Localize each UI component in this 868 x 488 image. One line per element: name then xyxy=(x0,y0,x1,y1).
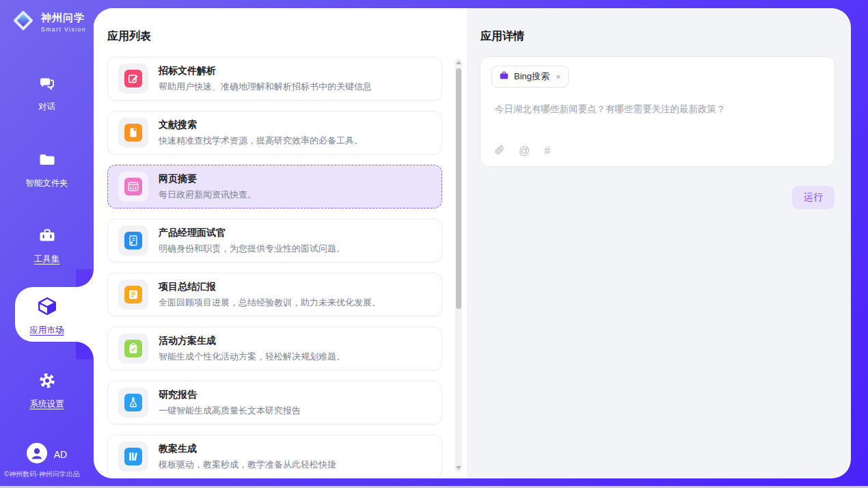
app-card-project-summary[interactable]: 项目总结汇报 全面回顾项目进展，总结经验教训，助力未来优化发展。 xyxy=(107,273,442,316)
app-desc: 模板驱动，教案秒成，教学准备从此轻松快捷 xyxy=(159,459,336,471)
app-desc: 全面回顾项目进展，总结经验教训，助力未来优化发展。 xyxy=(159,297,381,309)
sidebar-item-label: 系统设置 xyxy=(30,398,64,410)
app-list-title: 应用列表 xyxy=(107,29,151,44)
app-detail-panel: 应用详情 Bing搜索 × 今日湖北有哪些新闻要点？有哪些需要关注的最新政策？ xyxy=(467,8,851,478)
app-desc: 快速精准查找学术资源，提高研究效率的必备工具。 xyxy=(159,135,363,147)
sidebar-item-label: 应用市场 xyxy=(30,325,64,336)
sidebar: 神州问学 Smart Vision 对话 智能文件夹 xyxy=(0,0,94,488)
sidebar-item-smart-folder[interactable]: 智能文件夹 xyxy=(0,150,94,189)
app-title: 文献搜索 xyxy=(159,119,363,131)
sidebar-item-toolbox[interactable]: 工具集 xyxy=(0,226,94,265)
sidebar-item-settings[interactable]: 系统设置 xyxy=(0,371,94,410)
sidebar-item-label: 工具集 xyxy=(34,254,60,265)
app-icon-wrap xyxy=(118,226,148,256)
app-title: 产品经理面试官 xyxy=(159,227,345,239)
sidebar-item-label: 对话 xyxy=(38,101,55,113)
app-desc: 明确身份和职责，为您提供专业性的面试问题。 xyxy=(159,243,345,255)
clipboard-check-icon xyxy=(124,340,142,357)
scroll-down-arrow[interactable] xyxy=(456,466,461,470)
app-list-panel: 应用列表 招标文件解析 帮助用户快速、准确地理解和解析招标书中的关键信息 xyxy=(94,8,467,478)
app-icon-wrap xyxy=(118,172,148,202)
app-card-literature-search[interactable]: 文献搜索 快速精准查找学术资源，提高研究效率的必备工具。 xyxy=(107,111,442,154)
app-icon-wrap xyxy=(118,334,148,364)
logo-subtitle: Smart Vision xyxy=(41,26,86,33)
app-icon-wrap xyxy=(118,388,148,418)
main-content: 应用列表 招标文件解析 帮助用户快速、准确地理解和解析招标书中的关键信息 xyxy=(94,8,851,478)
app-icon-wrap xyxy=(118,118,148,148)
app-title: 网页摘要 xyxy=(159,173,256,185)
app-icon-wrap xyxy=(118,280,148,310)
app-title: 招标文件解析 xyxy=(159,65,372,77)
research-icon xyxy=(124,394,142,411)
doc-person-icon xyxy=(124,232,142,249)
app-card-pm-interviewer[interactable]: 产品经理面试官 明确身份和职责，为您提供专业性的面试问题。 xyxy=(107,219,442,262)
toolbox-icon xyxy=(38,226,57,248)
paperclip-icon[interactable] xyxy=(494,144,504,157)
app-detail-title: 应用详情 xyxy=(480,29,524,44)
logo-title: 神州问学 xyxy=(41,12,86,25)
app-icon-wrap xyxy=(118,64,148,94)
app-card-research-report[interactable]: 研究报告 一键智能生成高质量长文本研究报告 xyxy=(107,381,442,424)
edit-square-icon xyxy=(124,70,142,87)
sidebar-item-app-market[interactable]: 应用市场 xyxy=(0,296,94,336)
sidebar-item-chat[interactable]: 对话 xyxy=(0,74,94,113)
briefcase-icon xyxy=(499,70,509,83)
logo-diamond-icon xyxy=(10,8,36,36)
copyright-text: ©神州数码·神州问学出品 xyxy=(4,470,94,479)
sidebar-item-label: 智能文件夹 xyxy=(25,178,68,189)
close-icon[interactable]: × xyxy=(556,72,561,82)
app-title: 项目总结汇报 xyxy=(159,281,381,293)
books-icon xyxy=(124,448,142,465)
book-icon xyxy=(124,124,142,141)
tool-chip-bing-search[interactable]: Bing搜索 × xyxy=(491,66,569,87)
prompt-card[interactable]: Bing搜索 × 今日湖北有哪些新闻要点？有哪些需要关注的最新政策？ @ # xyxy=(480,56,835,167)
web-code-icon xyxy=(124,178,142,195)
scrollbar-thumb[interactable] xyxy=(456,68,461,309)
app-desc: 智能生成个性化活动方案，轻松解决规划难题。 xyxy=(159,351,345,363)
app-desc: 一键智能生成高质量长文本研究报告 xyxy=(159,405,301,417)
scroll-up-arrow[interactable] xyxy=(456,61,461,64)
run-button[interactable]: 运行 xyxy=(792,186,835,209)
app-card-lesson-plan[interactable]: 教案生成 模板驱动，教案秒成，教学准备从此轻松快捷 xyxy=(107,435,442,478)
app-title: 研究报告 xyxy=(159,389,301,401)
app-desc: 帮助用户快速、准确地理解和解析招标书中的关键信息 xyxy=(159,81,372,93)
hashtag-icon[interactable]: # xyxy=(544,146,550,157)
cube-icon xyxy=(37,296,57,319)
user-account[interactable]: AD xyxy=(0,443,94,466)
app-title: 活动方案生成 xyxy=(159,335,345,347)
app-title: 教案生成 xyxy=(159,443,336,455)
app-card-event-plan[interactable]: 活动方案生成 智能生成个性化活动方案，轻松解决规划难题。 xyxy=(107,327,442,370)
user-initials: AD xyxy=(54,449,67,460)
tool-chip-label: Bing搜索 xyxy=(514,70,550,83)
query-input[interactable]: 今日湖北有哪些新闻要点？有哪些需要关注的最新政策？ xyxy=(495,103,821,116)
attachment-toolbar: @ # xyxy=(494,144,550,157)
blob-curve-bottom xyxy=(76,342,94,360)
gear-icon xyxy=(38,371,57,393)
app-icon-wrap xyxy=(118,442,148,472)
folder-icon xyxy=(38,150,57,172)
blob-curve-top xyxy=(76,269,94,287)
app-desc: 每日政府新闻资讯快查。 xyxy=(159,189,256,201)
app-card-bid-analysis[interactable]: 招标文件解析 帮助用户快速、准确地理解和解析招标书中的关键信息 xyxy=(107,57,442,100)
avatar xyxy=(27,443,47,466)
chat-icon xyxy=(38,74,57,96)
app-logo: 神州问学 Smart Vision xyxy=(10,8,86,36)
mention-icon[interactable]: @ xyxy=(519,146,530,157)
app-card-web-summary[interactable]: 网页摘要 每日政府新闻资讯快查。 xyxy=(107,165,442,208)
note-icon xyxy=(124,286,142,303)
app-list: 招标文件解析 帮助用户快速、准确地理解和解析招标书中的关键信息 文献搜索 快速精… xyxy=(107,56,442,478)
list-scrollbar[interactable] xyxy=(455,58,462,472)
